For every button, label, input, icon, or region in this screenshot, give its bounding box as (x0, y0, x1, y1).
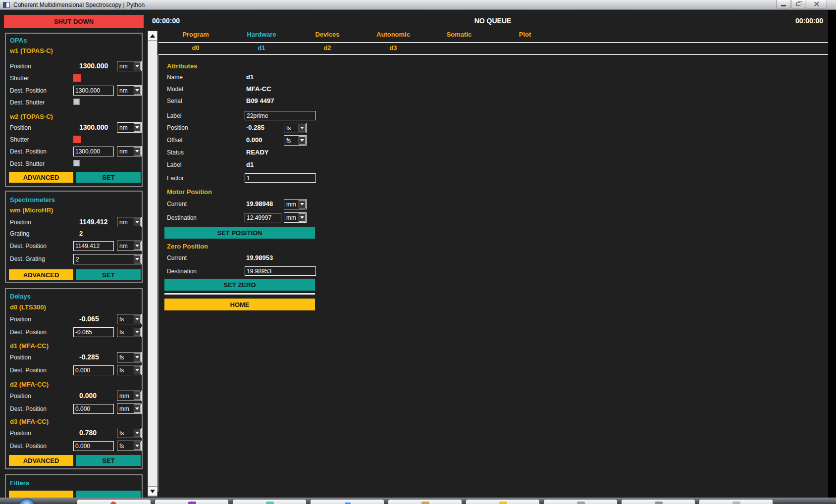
dropdown-arrow-icon[interactable] (134, 242, 141, 250)
position-unit-select[interactable]: fs (117, 428, 142, 438)
taskbar-button[interactable] (621, 499, 695, 504)
dest-grating-select[interactable]: 2 (73, 254, 142, 264)
dropdown-arrow-icon[interactable] (134, 255, 141, 263)
dest-position-unit-select[interactable]: fs (117, 441, 142, 451)
tab-hardware[interactable]: Hardware (233, 31, 290, 38)
restore-icon (796, 2, 800, 6)
dropdown-arrow-icon[interactable] (134, 442, 141, 450)
dest-position-unit-select[interactable]: nm (117, 85, 142, 96)
dropdown-arrow-icon[interactable] (134, 429, 141, 437)
application-window: Coherent Multidimensional Spectroscopy |… (0, 0, 836, 504)
dest-position-input[interactable] (73, 327, 114, 337)
filters-set-button[interactable] (76, 491, 141, 498)
close-button[interactable] (806, 0, 827, 8)
position-unit-select[interactable]: nm (117, 217, 142, 227)
dropdown-arrow-icon[interactable] (134, 62, 141, 70)
position-unit-select[interactable]: fs (117, 314, 142, 324)
shutter-label: Shutter (10, 136, 29, 143)
scroll-down-button[interactable] (148, 486, 157, 496)
tab-plot[interactable]: Plot (497, 31, 553, 38)
shutdown-button[interactable]: SHUT DOWN (4, 15, 144, 28)
dropdown-arrow-icon[interactable] (134, 86, 141, 95)
dest-shutter-checkbox[interactable] (73, 160, 80, 166)
set-position-button[interactable]: SET POSITION (164, 227, 315, 239)
current-unit-select[interactable]: mm (284, 199, 307, 209)
dropdown-arrow-icon[interactable] (134, 147, 141, 155)
dest-position-input[interactable] (73, 86, 114, 96)
taskbar-button[interactable] (543, 499, 618, 504)
destination-input[interactable] (245, 213, 281, 222)
filters-advanced-button[interactable] (9, 491, 73, 498)
taskbar-app-icon (266, 502, 274, 504)
taskbar-button[interactable] (388, 499, 462, 504)
dropdown-arrow-icon[interactable] (134, 328, 141, 336)
dropdown-arrow-icon[interactable] (299, 200, 306, 208)
taskbar-button[interactable] (77, 499, 151, 504)
window-title: Coherent Multidimensional Spectroscopy |… (13, 1, 145, 8)
separator (164, 293, 315, 295)
minimize-button[interactable] (776, 0, 790, 8)
home-button[interactable]: HOME (164, 299, 315, 310)
opas-advanced-button[interactable]: ADVANCED (9, 172, 73, 183)
destination-unit-select[interactable]: mm (284, 212, 307, 223)
delays-set-button[interactable]: SET (76, 455, 141, 466)
subtab-d0[interactable]: d0 (167, 44, 224, 51)
dropdown-arrow-icon[interactable] (134, 353, 141, 361)
subtab-d1[interactable]: d1 (233, 44, 290, 51)
dest-position-label: Dest. Position (10, 148, 47, 155)
position-unit-select[interactable]: mm (117, 391, 142, 401)
taskbar-button[interactable] (310, 499, 384, 504)
dest-position-input[interactable] (73, 147, 114, 156)
position-unit-select[interactable]: fs (117, 352, 142, 362)
dropdown-arrow-icon[interactable] (299, 124, 306, 132)
taskbar[interactable] (0, 498, 836, 504)
dest-shutter-checkbox[interactable] (73, 99, 80, 105)
dropdown-arrow-icon[interactable] (134, 315, 141, 323)
dest-position-input[interactable] (73, 241, 114, 251)
dest-position-unit-select[interactable]: mm (117, 403, 142, 414)
subtab-d3[interactable]: d3 (365, 44, 421, 51)
label-input[interactable] (245, 111, 316, 120)
taskbar-button[interactable] (699, 499, 773, 504)
taskbar-button[interactable] (466, 499, 540, 504)
tab-program[interactable]: Program (167, 31, 224, 38)
sidebar-scrollbar[interactable] (148, 31, 157, 497)
dest-position-input[interactable] (73, 404, 114, 414)
position-unit-select[interactable]: nm (117, 122, 142, 133)
restore-button[interactable] (791, 0, 805, 8)
position-value: 0.000 (79, 392, 97, 400)
dropdown-arrow-icon[interactable] (134, 218, 141, 226)
dest-position-label: Dest. Position (10, 405, 47, 412)
taskbar-button[interactable] (155, 499, 229, 504)
dest-position-input[interactable] (73, 441, 114, 451)
scroll-up-button[interactable] (148, 31, 157, 41)
tab-autonomic[interactable]: Autonomic (365, 31, 421, 38)
zero-destination-input[interactable] (245, 266, 316, 276)
dropdown-arrow-icon[interactable] (134, 123, 141, 132)
dest-position-unit-select[interactable]: fs (117, 365, 142, 375)
tab-somatic[interactable]: Somatic (431, 31, 487, 38)
dropdown-arrow-icon[interactable] (134, 392, 141, 400)
set-zero-button[interactable]: SET ZERO (164, 279, 315, 291)
opas-set-button[interactable]: SET (76, 172, 141, 183)
dest-position-unit-select[interactable]: fs (117, 327, 142, 337)
taskbar-button[interactable] (232, 499, 307, 504)
dropdown-arrow-icon[interactable] (134, 366, 141, 374)
factor-input[interactable] (245, 173, 316, 183)
start-button[interactable] (18, 499, 36, 504)
tab-devices[interactable]: Devices (299, 31, 356, 38)
spectrometers-advanced-button[interactable]: ADVANCED (9, 269, 73, 280)
dropdown-arrow-icon[interactable] (134, 404, 141, 413)
delays-advanced-button[interactable]: ADVANCED (9, 455, 73, 466)
position-unit-select[interactable]: nm (117, 61, 142, 71)
dropdown-arrow-icon[interactable] (299, 213, 306, 222)
dest-position-unit-select[interactable]: nm (117, 146, 142, 156)
subtab-d2[interactable]: d2 (299, 44, 356, 51)
taskbar-app-icon (188, 502, 196, 504)
dest-position-unit-select[interactable]: nm (117, 241, 142, 251)
spectrometers-set-button[interactable]: SET (76, 269, 141, 280)
position-unit-select[interactable]: fs (284, 123, 307, 133)
dropdown-arrow-icon[interactable] (299, 136, 306, 145)
dest-position-input[interactable] (73, 365, 114, 375)
offset-unit-select[interactable]: fs (284, 135, 307, 146)
